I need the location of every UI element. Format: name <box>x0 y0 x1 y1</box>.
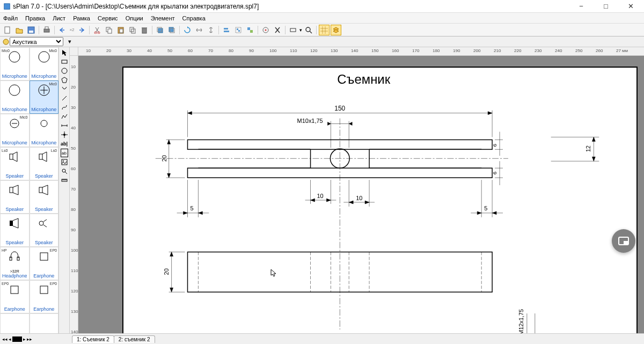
tab-page-1[interactable]: 1: Съемник 2 <box>72 335 114 343</box>
svg-rect-11 <box>120 29 123 33</box>
palette-item-mic4[interactable]: Mic0Microphone <box>30 80 59 114</box>
palette-item-speaker5[interactable]: Speaker <box>0 214 30 247</box>
palette-item-empty2[interactable] <box>30 313 59 333</box>
svg-rect-3 <box>29 31 33 33</box>
tool-text[interactable]: ab| <box>60 140 69 148</box>
delete-button[interactable] <box>139 25 150 35</box>
menu-element[interactable]: Элемент <box>151 15 175 21</box>
svg-rect-29 <box>290 28 296 32</box>
palette-item-speaker4[interactable]: Speaker <box>30 180 59 214</box>
menu-file[interactable]: Файл <box>3 15 18 21</box>
tabs-color[interactable] <box>12 336 22 342</box>
palette-item-speaker3[interactable]: Speaker <box>0 180 30 214</box>
snap-button[interactable] <box>260 25 271 35</box>
grid-button[interactable] <box>319 25 330 35</box>
tab-page-2[interactable]: 2: съемник 2 <box>114 335 155 343</box>
svg-rect-1 <box>5 27 10 33</box>
menu-sheet[interactable]: Лист <box>53 15 65 21</box>
redo-dropdown[interactable]: ×2 <box>69 25 75 35</box>
palette-item-mic-circle[interactable]: Mic0Microphone <box>0 47 30 80</box>
rect-mode-button[interactable] <box>288 25 298 35</box>
svg-rect-4 <box>44 29 49 32</box>
back-button[interactable] <box>166 25 177 35</box>
mirror-v-button[interactable] <box>206 25 216 35</box>
window-title: sPlan 7.0 - [C:\Users\Admin\Desktop\Съем… <box>13 3 571 10</box>
svg-point-47 <box>39 221 43 225</box>
tabs-nav-first[interactable]: ◂◂ <box>2 336 8 342</box>
tool-line[interactable] <box>60 94 69 103</box>
paste-button[interactable] <box>115 25 126 35</box>
redo-button[interactable] <box>76 25 87 35</box>
category-select[interactable]: Акустика <box>10 37 63 46</box>
palette-item-mic-circle2[interactable]: Mic0Microphone <box>30 47 59 80</box>
floating-action-button[interactable] <box>612 229 635 253</box>
palette-item-speaker2[interactable]: Ls0Speaker <box>30 147 59 180</box>
svg-point-35 <box>9 85 20 96</box>
front-button[interactable] <box>155 25 165 35</box>
canvas[interactable]: Съемник <box>78 56 644 333</box>
zoom-button[interactable] <box>303 25 314 35</box>
rotate-button[interactable] <box>182 25 193 35</box>
drawing-content: Съемник <box>123 68 636 333</box>
dim-6b: 6 <box>492 171 497 174</box>
menu-service[interactable]: Сервис <box>98 15 118 21</box>
tool-circle[interactable] <box>60 67 69 75</box>
tool-zoom[interactable] <box>60 167 69 175</box>
tool-pointer[interactable] <box>60 48 69 57</box>
palette-item-mic3[interactable]: Microphone <box>0 80 30 114</box>
tool-polyline[interactable] <box>60 112 69 121</box>
dim-thread: M10x1,75 <box>297 118 323 124</box>
palette-item-earphone2[interactable]: EP0Earphone <box>0 280 30 313</box>
align-button[interactable] <box>221 25 232 35</box>
tool-measure[interactable] <box>60 176 69 185</box>
svg-point-41 <box>41 120 47 127</box>
palette-item-speaker1[interactable]: Ls0Speaker <box>0 147 30 180</box>
tool-special[interactable] <box>60 85 69 93</box>
maximize-button[interactable]: □ <box>596 1 616 12</box>
ungroup-button[interactable] <box>245 25 255 35</box>
undo-button[interactable] <box>57 25 68 35</box>
tabs-nav-last[interactable]: ▸▸ <box>27 336 32 342</box>
tabs-nav-prev[interactable]: ◂ <box>9 336 11 342</box>
tool-image[interactable] <box>60 158 69 166</box>
layer-button[interactable] <box>331 25 341 35</box>
find-button[interactable] <box>272 25 283 35</box>
mirror-h-button[interactable] <box>194 25 204 35</box>
tool-rect[interactable] <box>60 57 69 66</box>
duplicate-button[interactable] <box>127 25 138 35</box>
tool-bezier[interactable] <box>60 103 69 112</box>
group-button[interactable] <box>233 25 244 35</box>
menu-help[interactable]: Справка <box>182 15 206 21</box>
tool-node[interactable] <box>60 130 69 139</box>
component-palette: Mic0Microphone Mic0Microphone Microphone… <box>0 47 59 333</box>
toolbar: ×2 ▾ <box>0 24 644 36</box>
tool-textbox[interactable]: ab <box>61 149 68 157</box>
dim-150: 150 <box>334 105 345 112</box>
palette-item-empty1[interactable] <box>0 313 30 333</box>
tabs-nav-next[interactable]: ▸ <box>23 336 26 342</box>
menu-frame[interactable]: Рамка <box>73 15 90 21</box>
minimize-button[interactable]: − <box>571 1 591 12</box>
close-button[interactable]: ✕ <box>620 1 641 12</box>
svg-rect-53 <box>62 60 67 63</box>
palette-item-speaker6[interactable]: Speaker <box>30 214 59 247</box>
svg-point-54 <box>62 68 67 74</box>
open-button[interactable] <box>14 25 25 35</box>
palette-item-mic6[interactable]: Microphone <box>30 114 59 147</box>
tool-poly[interactable] <box>60 76 69 84</box>
menu-options[interactable]: Опции <box>126 15 143 21</box>
palette-item-mic5[interactable]: Mic0Microphone <box>0 114 30 147</box>
save-button[interactable] <box>26 25 36 35</box>
copy-button[interactable] <box>104 25 114 35</box>
dim-10b: 10 <box>356 195 362 201</box>
palette-item-earphone3[interactable]: EP0Earphone <box>30 280 59 313</box>
cut-button[interactable] <box>92 25 103 35</box>
palette-item-earphone1[interactable]: EP0Earphone <box>30 247 59 280</box>
print-button[interactable] <box>41 25 52 35</box>
tool-dimension[interactable] <box>60 121 69 130</box>
palette-item-headphone[interactable]: HP>32RHeadphone <box>0 247 30 280</box>
new-button[interactable] <box>2 25 13 35</box>
menu-edit[interactable]: Правка <box>25 15 45 21</box>
svg-point-30 <box>306 27 310 32</box>
category-options[interactable]: ▾ <box>64 36 75 47</box>
